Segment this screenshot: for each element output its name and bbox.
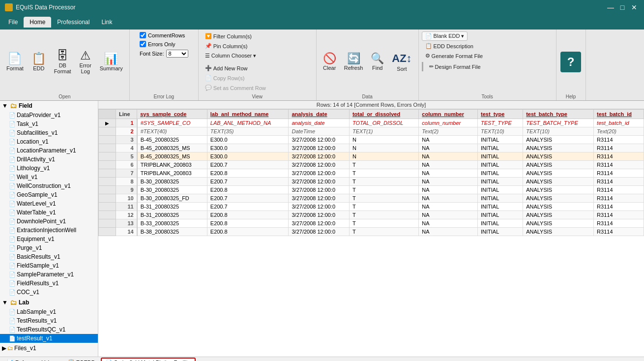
tab-facility[interactable]: 📄 Springfield Metal Plating Facility — [101, 358, 196, 361]
menu-tab-link[interactable]: Link — [95, 17, 118, 28]
sidebar-item-lithology[interactable]: 📄 Lithology_v1 — [0, 164, 98, 173]
section-lab[interactable]: ▼ 🗂 Lab — [0, 298, 98, 307]
sidebar-item-coc[interactable]: 📄 COC_v1 — [0, 288, 98, 297]
cell-line: 13 — [116, 219, 137, 228]
table-row[interactable]: 7TRIPBLANK_200803E200.83/27/2008 12:00:0… — [99, 169, 644, 178]
errors-only-label: Errors Only — [148, 41, 176, 47]
sidebar-item-watertable[interactable]: 📄 WaterTable_v1 — [0, 208, 98, 217]
sidebar-item-basicresults[interactable]: 📄 BasicResults_v1 — [0, 252, 98, 261]
column-header-lab-anl-method[interactable]: lab_anl_method_name — [207, 110, 289, 119]
close-button[interactable]: ✕ — [629, 2, 639, 12]
find-button[interactable]: 🔍 Find — [367, 31, 387, 92]
minimize-button[interactable]: — — [606, 2, 615, 12]
table-row[interactable]: 14B-38_20080325E200.83/27/2008 12:00:0TN… — [99, 228, 644, 236]
sidebar-item-geosample[interactable]: 📄 GeoSample_v1 — [0, 190, 98, 199]
table-row[interactable]: 13B-33_20080325E200.83/27/2008 12:00:0TN… — [99, 219, 644, 228]
table-row[interactable]: 12B-31_20080325E200.83/27/2008 12:00:0TN… — [99, 211, 644, 219]
edd-description-button[interactable]: 📋 EDD Description — [422, 41, 553, 51]
column-header-line[interactable]: Line — [116, 110, 137, 119]
font-size-select[interactable]: 8 9 10 11 12 — [166, 50, 188, 58]
sidebar-item-labsample[interactable]: 📄 LabSample_v1 — [0, 307, 98, 316]
ref-values-label: Reference Values — [15, 360, 58, 361]
sidebar-item-drillactivity[interactable]: 📄 DrillActivity_v1 — [0, 155, 98, 164]
data-grid-wrapper[interactable]: Line sys_sample_code lab_anl_method_name… — [98, 109, 644, 357]
table-row[interactable]: 5B-45_20080325_MSE300.03/27/2008 12:00:0… — [99, 152, 644, 161]
summary-button[interactable]: 📊 Summary — [96, 31, 126, 92]
sidebar-item-well[interactable]: 📄 Well_v1 — [0, 173, 98, 181]
cell-total_or_dissolved: T — [349, 228, 418, 236]
tools-row1: 📄 Blank EDD ▾ — [422, 31, 553, 41]
menu-tab-professional[interactable]: Professional — [51, 17, 95, 28]
column-header-test-batch-type[interactable]: test_batch_type — [523, 110, 594, 119]
pin-columns-button[interactable]: 📌 Pin Column(s) — [202, 41, 313, 51]
refresh-button[interactable]: 🔄 Refresh — [341, 31, 367, 92]
filter-columns-button[interactable]: 🔽 Filter Column(s) — [202, 31, 313, 41]
cell-test_batch_type: TEXT(10) — [523, 127, 594, 136]
design-format-button[interactable]: ✏ Design Format File — [426, 62, 553, 71]
sidebar-item-task[interactable]: 📄 Task_v1 — [0, 120, 98, 128]
tab-eqedd[interactable]: 📋 EQEDD — [63, 358, 100, 361]
table-row[interactable]: 10B-30_20080325_FDE200.73/27/2008 12:00:… — [99, 194, 644, 203]
blank-edd-button[interactable]: 📄 Blank EDD ▾ — [422, 31, 468, 41]
table-row[interactable]: 4B-45_20080325_MSE300.03/27/2008 12:00:0… — [99, 144, 644, 152]
maximize-button[interactable]: □ — [617, 2, 627, 12]
column-header-analysis-date[interactable]: analysis_date — [289, 110, 349, 119]
doc-icon: 📄 — [9, 227, 16, 234]
error-log-button[interactable]: ⚠ Error Log — [76, 31, 95, 92]
add-new-row-button[interactable]: ➕ Add New Row — [202, 63, 313, 73]
column-header-total-dissolved[interactable]: total_or_dissolved — [349, 110, 418, 119]
menu-tab-file[interactable]: File — [2, 17, 24, 28]
section-field[interactable]: ▼ 🗂 Field — [0, 101, 98, 111]
format-button[interactable]: 📄 Format — [3, 31, 27, 92]
sidebar-item-files[interactable]: ▶ 🗂 Files_v1 — [0, 344, 98, 353]
sidebar-item-equipment[interactable]: 📄 Equipment_v1 — [0, 235, 98, 243]
db-format-button[interactable]: 🗄 DB Format — [51, 31, 75, 92]
table-row[interactable]: ▶1#SYS_SAMPLE_COLAB_ANL_METHOD_NAanalysi… — [99, 119, 644, 127]
sidebar-item-fieldsample[interactable]: 📄 FieldSample_v1 — [0, 261, 98, 270]
cell-line: 7 — [116, 169, 137, 178]
column-chooser-button[interactable]: ☰ Column Chooser ▾ — [202, 51, 313, 60]
table-row[interactable]: 2#TEXT(40)TEXT(35)DateTimeTEXT(1)Text(2)… — [99, 127, 644, 136]
cell-column_number: NA — [419, 152, 478, 161]
tab-reference-values[interactable]: 📊 Reference Values — [2, 358, 62, 361]
column-header-column-number[interactable]: column_number — [419, 110, 478, 119]
sidebar-item-testresult-v1[interactable]: 📄 testResult_v1 — [0, 334, 98, 343]
sidebar-item-wellconstruction[interactable]: 📄 WellConstruction_v1 — [0, 181, 98, 190]
cell-test_batch_id: R3114 — [594, 178, 644, 186]
comment-rows-checkbox[interactable] — [140, 32, 146, 38]
sidebar-item-locationparam[interactable]: 📄 LocationParameter_v1 — [0, 146, 98, 155]
cell-analysis_date: analysis_date — [289, 119, 349, 127]
sidebar-item-fieldresults[interactable]: 📄 FieldResults_v1 — [0, 279, 98, 288]
sidebar-item-testresults[interactable]: 📄 TestResults_v1 — [0, 316, 98, 325]
cell-test_batch_id: R3114 — [594, 194, 644, 203]
sidebar-item-location[interactable]: 📄 Location_v1 — [0, 137, 98, 146]
table-row[interactable]: 11B-31_20080325E200.73/27/2008 12:00:0TN… — [99, 203, 644, 211]
errors-only-checkbox[interactable] — [140, 41, 146, 47]
table-row[interactable]: 3B-45_20080325E300.03/27/2008 12:00:0NNA… — [99, 136, 644, 144]
table-row[interactable]: 6TRIPBLANK_200803E200.73/27/2008 12:00:0… — [99, 161, 644, 169]
menu-tab-home[interactable]: Home — [24, 17, 51, 28]
cell-lab_anl_method_name: E300.0 — [207, 136, 289, 144]
sidebar-item-downholepoint[interactable]: 📄 DownholePoint_v1 — [0, 217, 98, 226]
column-header-test-batch-id[interactable]: test_batch_id — [594, 110, 644, 119]
help-button[interactable]: ? — [560, 52, 581, 72]
cell-test_batch_type: ANALYSIS — [523, 169, 594, 178]
sidebar-item-sampleparam[interactable]: 📄 SampleParameter_v1 — [0, 270, 98, 279]
column-header-test-type[interactable]: test_type — [477, 110, 523, 119]
item-label: FieldSample_v1 — [17, 262, 59, 269]
column-header-sys-sample-code[interactable]: sys_sample_code — [137, 110, 207, 119]
table-row[interactable]: 9B-30_20080325E200.83/27/2008 12:00:0TNA… — [99, 186, 644, 194]
sidebar-item-extractionjectionwell[interactable]: 📄 ExtractionInjectionWell — [0, 226, 98, 235]
sort-button[interactable]: AZ↕ Sort — [388, 31, 415, 92]
sidebar-item-testresultsqc[interactable]: 📄 TestResultsQC_v1 — [0, 325, 98, 334]
cell-test_batch_id: R3114 — [594, 169, 644, 178]
table-row[interactable]: 8B-30_20080325E200.73/27/2008 12:00:0TNA… — [99, 178, 644, 186]
sidebar-item-dataprovider[interactable]: 📄 DataProvider_v1 — [0, 111, 98, 120]
sidebar-item-subfacilities[interactable]: 📄 Subfacilities_v1 — [0, 128, 98, 137]
sidebar-item-waterlevel[interactable]: 📄 WaterLevel_v1 — [0, 199, 98, 208]
sidebar-item-purge[interactable]: 📄 Purge_v1 — [0, 243, 98, 252]
item-label: BasicResults_v1 — [17, 253, 60, 260]
edd-button[interactable]: 📋 EDD — [28, 31, 50, 92]
clear-button[interactable]: 🚫 Clear — [320, 31, 340, 92]
generate-format-button[interactable]: ⚙ Generate Format File — [422, 51, 553, 60]
